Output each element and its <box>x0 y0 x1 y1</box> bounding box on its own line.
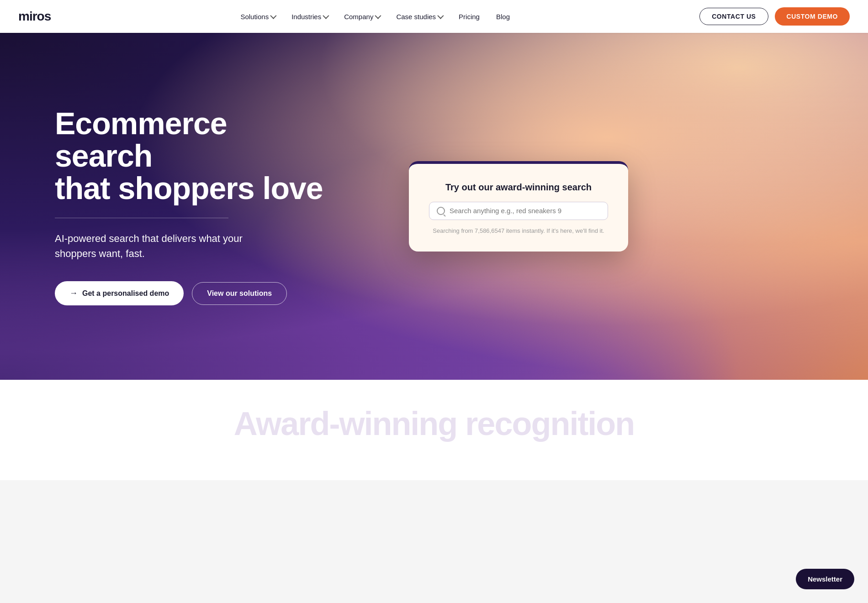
main-nav: miros Solutions Industries Company Case … <box>0 0 868 33</box>
chevron-down-icon <box>437 13 444 19</box>
nav-item-pricing[interactable]: Pricing <box>452 9 486 24</box>
search-card-hint: Searching from 7,586,6547 items instantl… <box>429 226 608 236</box>
nav-item-case-studies[interactable]: Case studies <box>390 9 449 24</box>
search-input-wrap[interactable] <box>429 202 608 220</box>
chevron-down-icon <box>375 13 381 19</box>
contact-us-button[interactable]: CONTACT US <box>699 8 768 25</box>
nav-link-solutions[interactable]: Solutions <box>234 9 281 24</box>
logo[interactable]: miros <box>18 9 51 24</box>
search-demo-card: Try out our award-winning search Searchi… <box>409 161 628 252</box>
nav-links: Solutions Industries Company Case studie… <box>234 9 516 24</box>
nav-link-pricing[interactable]: Pricing <box>452 9 486 24</box>
nav-link-company[interactable]: Company <box>338 9 386 24</box>
hero-card-wrapper: Try out our award-winning search Searchi… <box>329 161 708 252</box>
below-title: Award-winning recognition <box>234 407 635 440</box>
nav-item-company[interactable]: Company <box>338 9 386 24</box>
hero-buttons: → Get a personalised demo View our solut… <box>55 281 329 305</box>
nav-item-solutions[interactable]: Solutions <box>234 9 281 24</box>
nav-link-case-studies[interactable]: Case studies <box>390 9 449 24</box>
hero-content: Ecommerce search that shoppers love AI-p… <box>55 107 329 306</box>
nav-item-industries[interactable]: Industries <box>285 9 334 24</box>
get-demo-button[interactable]: → Get a personalised demo <box>55 281 184 305</box>
nav-item-blog[interactable]: Blog <box>490 9 516 24</box>
chevron-down-icon <box>323 13 329 19</box>
nav-actions: CONTACT US CUSTOM DEMO <box>699 7 850 26</box>
nav-link-blog[interactable]: Blog <box>490 9 516 24</box>
search-input[interactable] <box>450 207 600 215</box>
search-icon <box>437 207 445 215</box>
view-solutions-button[interactable]: View our solutions <box>192 282 287 305</box>
search-card-title: Try out our award-winning search <box>429 182 608 193</box>
custom-demo-button[interactable]: CUSTOM DEMO <box>775 7 850 26</box>
hero-title: Ecommerce search that shoppers love <box>55 107 329 205</box>
hero-divider <box>55 218 228 219</box>
hero-section: Ecommerce search that shoppers love AI-p… <box>0 33 868 380</box>
below-hero-section: Award-winning recognition <box>0 380 868 480</box>
arrow-right-icon: → <box>69 288 78 298</box>
nav-link-industries[interactable]: Industries <box>285 9 334 24</box>
hero-subtitle: AI-powered search that delivers what you… <box>55 231 274 261</box>
chevron-down-icon <box>270 13 276 19</box>
